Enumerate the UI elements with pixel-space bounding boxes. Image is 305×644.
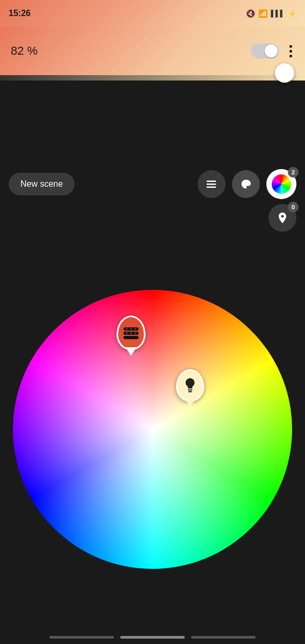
status-time: 15:26: [9, 9, 31, 18]
strip-light-pin[interactable]: [117, 316, 146, 350]
bulb-icon: [183, 377, 197, 393]
status-bar: 15:26 🔇 📶 ▌▌▌ ⚡: [0, 0, 305, 27]
list-view-button[interactable]: [198, 170, 226, 198]
strip-light-icon: [122, 325, 140, 340]
dot2: [289, 50, 292, 53]
brightness-slider-thumb[interactable]: [275, 63, 294, 83]
location-badge: 0: [288, 202, 299, 213]
location-button-container: 0: [268, 204, 296, 232]
svg-point-18: [134, 332, 136, 334]
nav-dot-2: [120, 636, 185, 639]
brightness-toggle[interactable]: [251, 43, 279, 58]
svg-rect-19: [188, 390, 192, 391]
battery-icon: ⚡: [288, 10, 296, 18]
signal-icon: ▌▌▌: [271, 10, 285, 17]
svg-point-9: [248, 183, 250, 185]
bottom-navigation: [0, 636, 305, 639]
location-button-wrapper: 0: [268, 204, 296, 232]
main-content: New scene: [0, 80, 305, 644]
svg-point-14: [130, 328, 132, 330]
bulb-pin-tip: [185, 399, 195, 407]
svg-point-7: [245, 181, 246, 183]
strip-light-pin-body: [117, 316, 146, 350]
dot1: [289, 45, 292, 48]
nav-dot-1: [49, 636, 114, 639]
svg-point-8: [246, 181, 248, 183]
svg-rect-0: [207, 181, 216, 182]
svg-point-13: [126, 328, 128, 330]
svg-point-17: [130, 332, 132, 334]
list-icon: [206, 178, 217, 190]
brightness-percentage: 82 %: [11, 44, 38, 58]
svg-point-16: [126, 332, 128, 334]
toolbar: New scene: [0, 169, 305, 199]
more-options-button[interactable]: [287, 43, 294, 60]
color-wheel-badge: 2: [288, 167, 299, 178]
palette-button[interactable]: [232, 170, 260, 198]
svg-rect-1: [207, 184, 216, 185]
svg-point-4: [207, 184, 208, 185]
svg-rect-20: [188, 391, 192, 392]
color-wheel[interactable]: [13, 290, 292, 569]
palette-icon: [240, 178, 252, 190]
location-icon: [276, 210, 289, 225]
wifi-icon: 📶: [258, 9, 267, 18]
status-icons: 🔇 📶 ▌▌▌ ⚡: [246, 9, 296, 18]
svg-point-15: [134, 328, 136, 330]
bulb-pin[interactable]: [176, 369, 204, 401]
color-wheel-mini-preview: [272, 174, 291, 194]
svg-rect-12: [124, 336, 139, 339]
brightness-bar: 82 %: [0, 27, 305, 75]
mute-icon: 🔇: [246, 9, 255, 18]
svg-point-6: [243, 183, 245, 185]
color-wheel-container[interactable]: [13, 290, 292, 569]
svg-rect-2: [207, 187, 216, 188]
svg-point-5: [207, 187, 208, 188]
svg-point-3: [207, 181, 208, 182]
new-scene-button[interactable]: New scene: [9, 173, 75, 195]
dot3: [289, 55, 292, 57]
toolbar-right: 2: [198, 169, 296, 199]
nav-dot-3: [191, 636, 256, 639]
bulb-pin-body: [176, 369, 204, 401]
strip-pin-tip: [126, 347, 136, 356]
color-wheel-button-wrapper: 2: [266, 169, 296, 199]
